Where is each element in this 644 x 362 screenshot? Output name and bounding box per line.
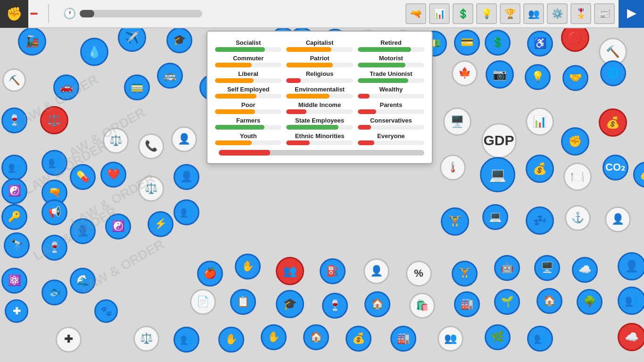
policy-circle-102[interactable]: 👥 — [438, 326, 463, 352]
policy-circle-55[interactable]: 📢 — [41, 199, 67, 225]
policy-circle-99[interactable]: 🏠 — [303, 324, 329, 350]
policy-circle-97[interactable]: ✋ — [218, 327, 244, 353]
policy-circle-3[interactable]: 🚌 — [157, 63, 183, 89]
policy-circle-65[interactable]: 🍷 — [41, 235, 67, 261]
policy-circle-100[interactable]: 💰 — [346, 326, 372, 352]
policy-circle-60[interactable]: 💻 — [482, 204, 508, 230]
medal-icon-btn[interactable]: 🎖️ — [570, 3, 591, 24]
policy-circle-28[interactable]: 🤝 — [562, 65, 588, 91]
policy-circle-81[interactable]: 📄 — [190, 289, 216, 315]
policy-circle-46[interactable]: 🔫 — [41, 180, 67, 206]
policy-circle-25[interactable]: 🍁 — [452, 60, 478, 86]
policy-circle-5[interactable]: ⛏️ — [2, 68, 26, 92]
newspaper-icon-btn[interactable]: 📰 — [594, 3, 615, 24]
policy-circle-98[interactable]: ✋ — [261, 324, 287, 350]
policy-circle-48[interactable]: 🌡️ — [440, 155, 466, 181]
policy-circle-63[interactable]: 👤 — [605, 206, 631, 232]
policy-circle-64[interactable]: 🔭 — [4, 232, 30, 258]
policy-circle-36[interactable]: GDP — [481, 123, 517, 158]
policy-circle-26[interactable]: 📷 — [486, 60, 514, 89]
policy-circle-35[interactable]: 🖥️ — [443, 107, 471, 136]
policy-circle-0[interactable]: 🚂 — [18, 27, 46, 56]
policy-circle-16[interactable]: 💲 — [485, 30, 511, 56]
policy-circle-52[interactable]: CO₂ — [603, 155, 628, 181]
policy-circle-85[interactable]: 🏠 — [364, 291, 390, 317]
policy-circle-69[interactable]: 👥 — [276, 257, 304, 285]
policy-circle-96[interactable]: 👥 — [173, 327, 199, 353]
policy-circle-70[interactable]: ⛽ — [320, 258, 346, 284]
policy-circle-7[interactable]: 🚃 — [124, 74, 150, 100]
policy-circle-54[interactable]: 🔑 — [1, 204, 27, 230]
policy-circle-105[interactable]: ☁️ — [618, 323, 644, 351]
policy-circle-6[interactable]: 🚗 — [53, 74, 79, 100]
policy-circle-44[interactable]: 👤 — [173, 164, 199, 190]
policy-circle-34[interactable]: 👤 — [171, 126, 197, 152]
policy-circle-37[interactable]: 📊 — [526, 107, 554, 136]
policy-circle-50[interactable]: 💰 — [526, 155, 554, 183]
policy-circle-101[interactable]: 🏭 — [390, 326, 416, 352]
policy-circle-95[interactable]: ⚖️ — [133, 326, 159, 352]
policy-circle-91[interactable]: 👥 — [618, 287, 644, 315]
policy-circle-32[interactable]: ⚖️ — [103, 128, 129, 154]
policy-circle-88[interactable]: 🌱 — [494, 289, 520, 315]
policy-circle-87[interactable]: 🏭 — [454, 291, 480, 317]
policy-circle-57[interactable]: ⚡ — [148, 211, 173, 237]
lightbulb-icon-btn[interactable]: 💡 — [476, 3, 497, 24]
policy-circle-41[interactable]: 👥 — [41, 150, 67, 176]
policy-circle-83[interactable]: 🎓 — [276, 290, 304, 318]
policy-circle-90[interactable]: 🌳 — [577, 289, 603, 315]
policy-circle-30[interactable]: 🍷 — [1, 107, 27, 133]
trophy-icon-btn[interactable]: 🏆 — [500, 3, 520, 24]
policy-circle-40[interactable]: 👥 — [1, 155, 27, 181]
policy-circle-71[interactable]: 👤 — [363, 258, 389, 284]
gear-icon-btn[interactable]: ⚙️ — [547, 3, 568, 24]
policy-circle-68[interactable]: ✋ — [235, 254, 261, 280]
policy-circle-103[interactable]: 🌿 — [485, 324, 511, 350]
policy-circle-56[interactable]: ☯️ — [105, 214, 131, 239]
dollar-icon-btn[interactable]: 💲 — [453, 3, 473, 24]
policy-circle-72[interactable]: % — [406, 261, 432, 287]
policy-circle-66[interactable]: 👤 — [70, 218, 96, 244]
policy-circle-78[interactable]: ⚛️ — [1, 268, 27, 294]
policy-circle-104[interactable]: 👥 — [527, 326, 553, 352]
policy-circle-82[interactable]: 📋 — [230, 289, 256, 315]
policy-circle-93[interactable]: ✚ — [56, 327, 82, 353]
policy-circle-49[interactable]: 💻 — [480, 157, 515, 192]
policy-circle-80[interactable]: 🌊 — [70, 268, 96, 294]
policy-circle-17[interactable]: ♿ — [527, 31, 553, 57]
gun-icon-btn[interactable]: 🔫 — [405, 3, 426, 24]
policy-circle-31[interactable]: ⚖️ — [40, 106, 68, 134]
policy-circle-59[interactable]: 🏋️ — [441, 207, 469, 236]
policy-circle-74[interactable]: 🤖 — [494, 255, 520, 281]
policy-circle-86[interactable]: 🛍️ — [409, 293, 435, 319]
policy-circle-89[interactable]: 🏠 — [537, 288, 562, 314]
policy-circle-43[interactable]: ⚖️ — [138, 176, 164, 202]
policy-circle-75[interactable]: 🖥️ — [534, 255, 560, 281]
policy-circle-62[interactable]: ⚓ — [565, 205, 591, 231]
policy-circle-45[interactable]: ☯️ — [1, 178, 27, 204]
policy-circle-39[interactable]: 💰 — [599, 108, 627, 137]
policy-circle-29[interactable]: 🌐 — [600, 60, 626, 86]
policy-circle-84[interactable]: 🍷 — [322, 293, 348, 319]
policy-circle-61[interactable]: 💤 — [526, 206, 554, 235]
policy-circle-73[interactable]: 🏋️ — [452, 261, 478, 287]
policy-circle-51[interactable]: 🍽️ — [563, 163, 592, 191]
policy-circle-19[interactable]: 🔨 — [599, 38, 627, 66]
policy-circle-92[interactable]: ✚ — [5, 299, 28, 323]
policy-circle-79[interactable]: 🐟 — [41, 280, 67, 305]
policy-circle-42[interactable]: ❤️ — [100, 162, 126, 188]
policy-circle-53[interactable]: 💰 — [633, 162, 644, 188]
policy-circle-94[interactable]: 🐾 — [94, 299, 118, 323]
policy-circle-38[interactable]: ✊ — [561, 127, 589, 156]
policy-circle-1[interactable]: 💧 — [80, 38, 108, 66]
chart-icon-btn[interactable]: 📊 — [429, 3, 450, 24]
policy-circle-33[interactable]: 📞 — [138, 133, 164, 159]
policy-circle-58[interactable]: 👥 — [173, 199, 199, 225]
policy-circle-67[interactable]: 🍎 — [197, 261, 223, 287]
people-icon-btn[interactable]: 👥 — [523, 3, 544, 24]
policy-circle-8[interactable]: 🎓 — [166, 27, 192, 53]
policy-circle-15[interactable]: 💳 — [454, 30, 480, 56]
next-button[interactable]: ▶ — [619, 0, 644, 28]
policy-circle-47[interactable]: 💊 — [70, 164, 96, 190]
policy-circle-77[interactable]: 👤 — [618, 252, 644, 280]
